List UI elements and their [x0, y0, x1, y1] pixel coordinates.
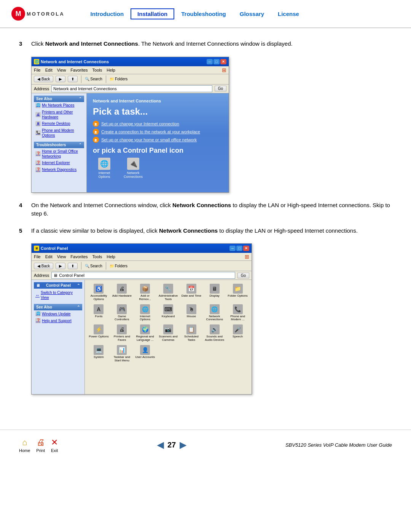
- nav-installation[interactable]: Installation: [131, 8, 174, 19]
- task-link-2[interactable]: ▶ Create a connection to the network at …: [93, 129, 223, 135]
- task-link-3[interactable]: ▶ Set up or change your home or small of…: [93, 137, 223, 143]
- nav-introduction[interactable]: Introduction: [84, 8, 131, 19]
- cp-icon-scanners[interactable]: 📷 Scanners and Cameras: [158, 324, 179, 343]
- icon-network-connections[interactable]: 🔌 Network Connections: [122, 158, 145, 179]
- minimize-button-2[interactable]: ─: [229, 246, 236, 251]
- sidebar-link-home-office[interactable]: ❓ Home or Small Office Networking: [34, 148, 84, 160]
- sep-4: [106, 262, 106, 270]
- toolbar-1: ◀ Back ▶ ⬆ 🔍 Search 📁 Folders: [32, 74, 229, 85]
- menu-bar-2: File Edit View Favorites Tools Help ⊞: [32, 253, 252, 261]
- title-bar-buttons-2[interactable]: ─ □ ✕: [229, 246, 249, 251]
- go-button-2[interactable]: Go: [237, 273, 249, 278]
- cp-icon-add-remove[interactable]: 📦 Add or Remov...: [134, 283, 156, 302]
- task-link-1[interactable]: ▶ Set up or change your Internet connect…: [93, 121, 223, 127]
- cp-icon-add-hardware[interactable]: 🖨 Add Hardware: [111, 283, 133, 302]
- cp-icon-printers[interactable]: 🖨 Printers and Faxes: [111, 324, 133, 343]
- go-button-1[interactable]: Go: [215, 86, 226, 91]
- folders-button-2[interactable]: 📁 Folders: [110, 264, 127, 268]
- step-3-num: 3: [19, 40, 31, 47]
- cp-icon-phone-modem[interactable]: 📞 Phone and Modem ...: [227, 304, 249, 323]
- cp-icon-regional[interactable]: 🌍 Regional and Language ...: [134, 324, 156, 343]
- folders-button-1[interactable]: 📁 Folders: [110, 77, 127, 81]
- minimize-button-1[interactable]: ─: [207, 59, 213, 64]
- menu-help-1[interactable]: Help: [107, 68, 115, 72]
- see-also-section: See Also ⌃ 🌐 Windows Update ❓ Help and S…: [34, 304, 82, 324]
- title-bar-buttons-1[interactable]: ─ □ ✕: [207, 59, 226, 64]
- up-button-1[interactable]: ⬆: [68, 76, 78, 82]
- cp-icon-network-connections[interactable]: 🌐 Network Connections: [204, 304, 225, 323]
- menu-view-1[interactable]: View: [57, 68, 66, 72]
- cp-icon-mouse[interactable]: 🖱 Mouse: [180, 304, 202, 323]
- sounds-icon: 🔊: [210, 324, 220, 334]
- menu-tools-2[interactable]: Tools: [92, 254, 102, 259]
- windows-logo-1: ⊞: [222, 67, 226, 73]
- admin-tools-icon: 🔧: [163, 284, 173, 294]
- prev-page-arrow[interactable]: ◀: [157, 440, 164, 450]
- sidebar-link-net-diag[interactable]: ❓ Network Diagnostics: [34, 166, 84, 173]
- cp-icon-folder-options[interactable]: 📁 Folder Options: [227, 283, 249, 302]
- cp-icon-admin-tools[interactable]: 🔧 Administrative Tools: [158, 283, 179, 302]
- menu-view-2[interactable]: View: [57, 254, 66, 259]
- menu-tools-1[interactable]: Tools: [92, 68, 102, 72]
- cp-icon-system[interactable]: 💻 System: [88, 344, 110, 363]
- title-bar-left-1: 🌐 Network and Internet Connections: [34, 59, 109, 64]
- menu-help-2[interactable]: Help: [107, 254, 115, 259]
- cp-icon-internet-options[interactable]: 🌐 Internet Options: [134, 304, 156, 323]
- menu-file-2[interactable]: File: [34, 254, 41, 259]
- folders-label-1: Folders: [115, 77, 127, 81]
- cp-icon-date-time[interactable]: 📅 Date and Time: [180, 283, 202, 302]
- cp-icon-taskbar[interactable]: 📊 Taskbar and Start Menu: [111, 344, 133, 363]
- menu-favorites-2[interactable]: Favorites: [70, 254, 88, 259]
- cp-icon-display[interactable]: 🖥 Display: [204, 283, 225, 302]
- print-nav-item[interactable]: 🖨 Print: [36, 438, 45, 453]
- cp-icon-scheduled-tasks[interactable]: 📋 Scheduled Tasks: [180, 324, 202, 343]
- close-button-2[interactable]: ✕: [243, 246, 249, 251]
- cp-icon-speech[interactable]: 🎤 Speech: [227, 324, 249, 343]
- cp-icon-game-controllers[interactable]: 🎮 Game Controllers: [111, 304, 133, 323]
- close-button-1[interactable]: ✕: [220, 59, 226, 64]
- address-field-1[interactable]: Network and Internet Connections: [51, 85, 212, 92]
- menu-edit-2[interactable]: Edit: [45, 254, 53, 259]
- step-4-text: On the Network and Internet Connections …: [31, 201, 392, 218]
- cp-icon-user-accounts[interactable]: 👤 User Accounts: [134, 344, 156, 363]
- forward-button-2[interactable]: ▶: [56, 263, 65, 269]
- sidebar-link-printers[interactable]: 🖨 Printers and Other Hardware: [34, 109, 84, 120]
- step-4-num: 4: [19, 202, 31, 208]
- cp-icon-sounds[interactable]: 🔊 Sounds and Audio Devices: [204, 324, 225, 343]
- cp-icon-accessibility[interactable]: ♿ Accessibility Options: [88, 283, 110, 302]
- back-button-1[interactable]: ◀ Back: [34, 76, 53, 82]
- menu-bar-1: File Edit View Favorites Tools Help ⊞: [32, 66, 229, 74]
- help-support-link[interactable]: ❓ Help and Support: [34, 317, 82, 324]
- search-button-1[interactable]: 🔍 Search: [85, 77, 102, 81]
- home-nav-item[interactable]: ⌂ Home: [19, 438, 30, 453]
- nav-license[interactable]: License: [271, 8, 306, 19]
- cp-icon-keyboard[interactable]: ⌨ Keyboard: [158, 304, 179, 323]
- cp-sidebar: 🖥 Control Panel ⌃ ↔ Switch to Category V…: [32, 280, 85, 394]
- cp-icon-fonts[interactable]: A Fonts: [88, 304, 110, 323]
- menu-file-1[interactable]: File: [34, 68, 41, 72]
- icon-internet-options[interactable]: 🌐 Internet Options: [93, 158, 116, 179]
- address-field-2[interactable]: 🖥 Control Panel: [51, 272, 235, 279]
- sidebar-link-phone-modem[interactable]: 📞 Phone and Modem Options: [34, 127, 84, 139]
- maximize-button-2[interactable]: □: [236, 246, 242, 251]
- nav-glossary[interactable]: Glossary: [233, 8, 271, 19]
- up-button-2[interactable]: ⬆: [68, 263, 78, 269]
- nav-troubleshooting[interactable]: Troubleshooting: [174, 8, 233, 19]
- switch-category-link[interactable]: ↔ Switch to Category View: [34, 289, 82, 302]
- exit-nav-item[interactable]: ✕ Exit: [51, 438, 58, 453]
- next-page-arrow[interactable]: ▶: [180, 440, 186, 450]
- maximize-button-1[interactable]: □: [213, 59, 220, 64]
- game-controllers-icon: 🎮: [117, 304, 127, 314]
- sidebar-link-my-network[interactable]: 🌐 My Network Places: [34, 102, 84, 109]
- search-button-2[interactable]: 🔍 Search: [85, 264, 102, 268]
- main-content: 3 Click Network and Internet Connections…: [0, 28, 411, 414]
- back-button-2[interactable]: ◀ Back: [34, 263, 53, 269]
- menu-favorites-1[interactable]: Favorites: [70, 68, 88, 72]
- cp-icon-power[interactable]: ⚡ Power Options: [88, 324, 110, 343]
- forward-button-1[interactable]: ▶: [56, 76, 65, 82]
- sidebar-link-remote-desktop[interactable]: 🖥 Remote Desktop: [34, 120, 84, 127]
- windows-update-link[interactable]: 🌐 Windows Update: [34, 310, 82, 317]
- sep-2: [106, 75, 106, 83]
- menu-edit-1[interactable]: Edit: [45, 68, 53, 72]
- sidebar-link-ie[interactable]: ❓ Internet Explorer: [34, 160, 84, 166]
